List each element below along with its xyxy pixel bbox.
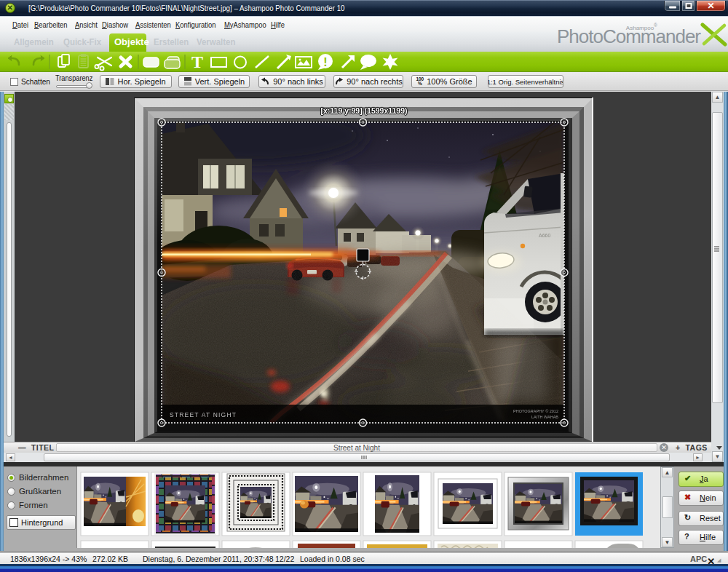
svg-text:T: T (191, 52, 203, 71)
svg-text:!: ! (323, 56, 327, 68)
